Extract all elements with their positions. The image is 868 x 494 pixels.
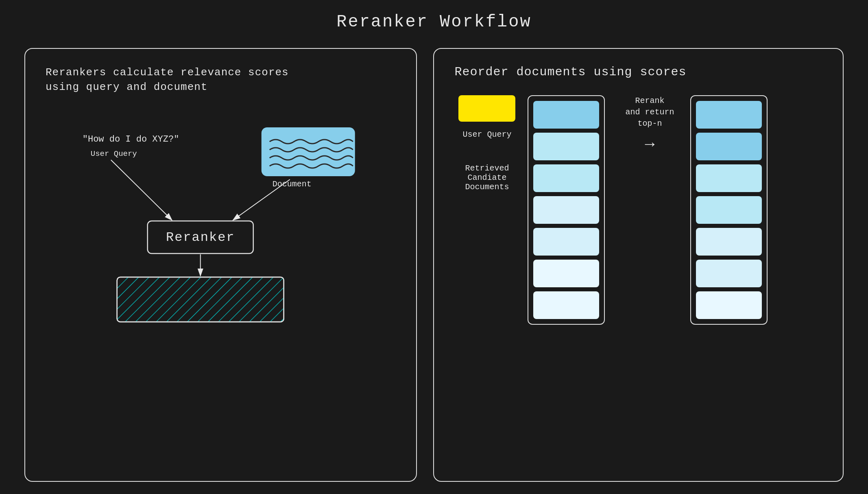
docs-column [528,95,605,325]
user-query-col-label: User Query [462,130,511,139]
reranker-label: Reranker [166,230,235,245]
query-column: User Query Retrieved Candiate Documents [454,95,519,192]
result-item-7 [696,291,762,319]
right-diagram: User Query Retrieved Candiate Documents [454,95,822,465]
doc-to-reranker-arrow [233,179,290,220]
left-diagram: "How do I do XYZ?" User Query Document R… [46,119,396,465]
query-to-reranker-arrow [111,160,172,220]
retrieved-col-label: Retrieved Candiate Documents [465,164,509,192]
result-item-2 [696,133,762,160]
middle-section: Rerank and return top-n → [609,95,690,154]
rerank-label: Rerank and return top-n [625,95,674,129]
doc-item-3 [533,164,599,192]
result-item-4 [696,196,762,224]
result-item-3 [696,164,762,192]
output-hatched-fill [117,277,284,322]
result-item-1 [696,101,762,129]
user-query-yellow-box [458,95,515,122]
main-content: Rerankers calculate relevance scores usi… [24,48,844,482]
doc-item-5 [533,228,599,256]
right-panel: Reorder documents using scores User Quer… [433,48,844,482]
document-visual [262,127,355,176]
doc-item-6 [533,260,599,287]
right-panel-title: Reorder documents using scores [454,65,822,79]
right-arrow: → [645,136,654,154]
doc-item-1 [533,101,599,129]
page-title: Reranker Workflow [336,12,531,32]
doc-item-4 [533,196,599,224]
left-panel-title: Rerankers calculate relevance scores usi… [46,65,396,95]
results-column [690,95,768,325]
query-text: "How do I do XYZ?" [83,134,179,144]
user-query-label-left: User Query [91,149,137,158]
result-item-6 [696,260,762,287]
left-panel: Rerankers calculate relevance scores usi… [24,48,417,482]
doc-item-7 [533,291,599,319]
doc-item-2 [533,133,599,160]
result-item-5 [696,228,762,256]
